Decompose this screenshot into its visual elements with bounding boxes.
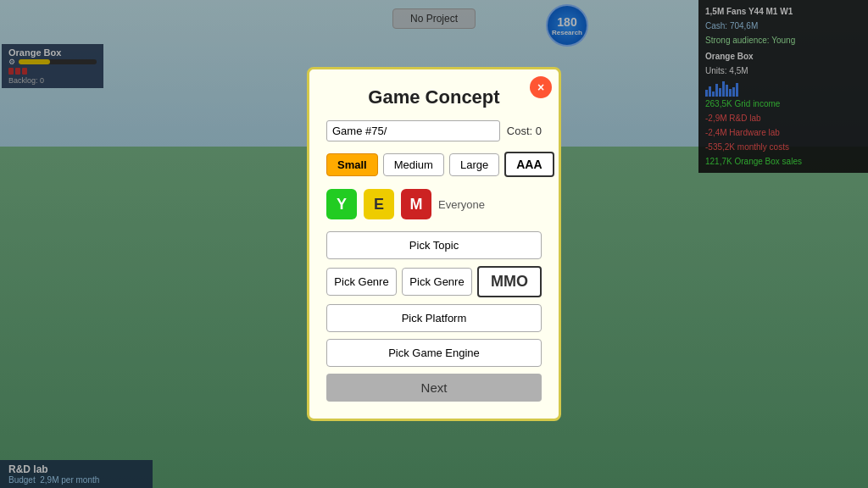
rating-row: Y E M Everyone [326, 189, 542, 219]
size-row: Small Medium Large AAA [326, 152, 542, 177]
pick-genre1-button[interactable]: Pick Genre [326, 268, 397, 296]
cost-label: Cost: 0 [507, 125, 542, 137]
modal-title: Game Concept [326, 86, 542, 108]
pick-genre2-button[interactable]: Pick Genre [402, 268, 472, 296]
pick-platform-button[interactable]: Pick Platform [326, 304, 542, 332]
size-medium-button[interactable]: Medium [383, 153, 444, 176]
rating-y-badge[interactable]: Y [326, 189, 357, 219]
name-cost-row: Cost: 0 [326, 120, 542, 141]
pick-topic-button[interactable]: Pick Topic [326, 231, 542, 259]
game-concept-modal: × Game Concept Cost: 0 Small Medium Larg… [307, 67, 561, 421]
next-button[interactable]: Next [326, 374, 542, 402]
modal-overlay: × Game Concept Cost: 0 Small Medium Larg… [0, 0, 868, 488]
genre-row: Pick Genre Pick Genre MMO [326, 266, 542, 297]
pick-engine-button[interactable]: Pick Game Engine [326, 339, 542, 367]
modal-close-button[interactable]: × [530, 76, 552, 98]
rating-m-badge[interactable]: M [401, 189, 431, 219]
size-large-button[interactable]: Large [449, 153, 499, 176]
rating-e-badge[interactable]: E [364, 189, 394, 219]
rating-everyone-label: Everyone [438, 198, 485, 211]
aaa-button[interactable]: AAA [504, 152, 554, 177]
game-name-input[interactable] [326, 120, 500, 141]
size-small-button[interactable]: Small [326, 153, 378, 176]
mmo-badge: MMO [477, 266, 542, 297]
